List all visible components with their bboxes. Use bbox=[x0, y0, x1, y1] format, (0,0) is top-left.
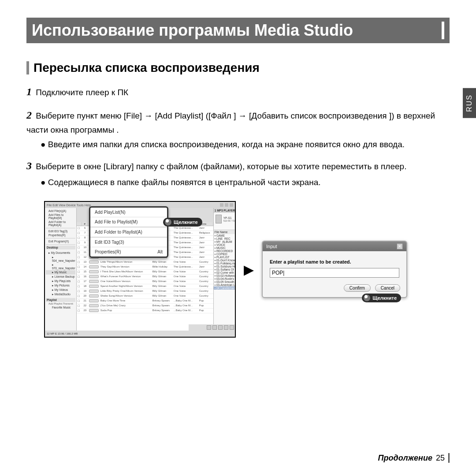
page-number: 25 bbox=[436, 454, 445, 463]
table-header[interactable] bbox=[77, 222, 82, 226]
device-file-item[interactable]: ▪ MY_ALBUM bbox=[214, 240, 236, 243]
device-file-item[interactable]: ▪ 03-04-Roxie's Interlude.mp36.3M bbox=[214, 277, 236, 280]
close-icon[interactable] bbox=[230, 203, 233, 207]
page-footer: Продолжение 25 bbox=[378, 453, 450, 463]
playlist-name-input[interactable]: POP| bbox=[270, 268, 399, 278]
device-file-item[interactable]: ▪ RECORDED bbox=[214, 249, 236, 253]
device-header: 1 MP3 PLAYER bbox=[214, 208, 236, 213]
toolbar-icon[interactable] bbox=[224, 325, 228, 330]
device-file-item[interactable]: ▪ 04 Candleman's Joyride1.5M bbox=[214, 286, 236, 290]
sidebar-playlist-bar[interactable]: Add Playlist Transmit bbox=[46, 302, 75, 305]
app-menubar-items[interactable]: File Edit View Device Tools Help bbox=[47, 204, 91, 207]
tree-item[interactable]: ▸ 504_new_Napster bbox=[46, 255, 75, 263]
device-file-item[interactable]: ▪ 03-05 Smooth Criminal.mp36.2M bbox=[214, 280, 236, 283]
tree-item[interactable]: ▸ MediaStudio bbox=[46, 292, 75, 297]
steps-list: 1 Подключите плеер к ПК 2 Выберите пункт… bbox=[26, 84, 450, 189]
maximize-icon[interactable] bbox=[225, 203, 228, 207]
cancel-button[interactable]: Cancel bbox=[375, 284, 400, 292]
step-2-bullet: Введите имя папки для списка воспроизвед… bbox=[41, 138, 436, 151]
sidebar-playlist-label: Playlist bbox=[46, 298, 75, 302]
step-3-bullet: Содержащиеся в папке файлы появятся в це… bbox=[41, 176, 436, 189]
toolbar-icon[interactable] bbox=[230, 325, 234, 330]
toolbar-icon[interactable] bbox=[207, 325, 211, 330]
language-tab: RUS bbox=[463, 88, 476, 118]
device-file-item[interactable]: ▪ 01-Folklang.mp31.3M bbox=[214, 262, 236, 265]
dropdown-item[interactable]: Add File to Playlist(M) bbox=[90, 217, 167, 227]
sidebar-item[interactable]: Exit Program(X) bbox=[46, 239, 75, 243]
table-row[interactable]: ☐18Spend Another Night/Album VersionBill… bbox=[77, 284, 213, 289]
step-3-text: Выберите в окне [Library] папку с файлом… bbox=[36, 162, 406, 171]
device-file-item[interactable]: ▪ VOICE bbox=[214, 243, 236, 246]
tree-item[interactable]: ▸ 970_new_Napster bbox=[46, 263, 75, 270]
device-file-item[interactable]: ▪ 03-02-Hollywood.mp36.4M bbox=[214, 274, 236, 277]
tree-item[interactable]: ▸ License Backup bbox=[46, 275, 75, 279]
device-file-item[interactable]: ▪ COPIED bbox=[214, 253, 236, 256]
toolbar-icon[interactable] bbox=[218, 325, 223, 330]
device-file-item[interactable]: ▪ 02-Come with Me.mp34.4M bbox=[214, 271, 236, 274]
table-row[interactable]: ☐20Shake Song/Album VersionBilly GilmanO… bbox=[77, 294, 213, 299]
confirm-button[interactable]: Confirm bbox=[344, 284, 371, 292]
tree-item[interactable]: ▸ My Documents bbox=[46, 251, 75, 255]
table-row[interactable]: ☐16What's Forever For/Album VersionBilly… bbox=[77, 275, 213, 279]
table-row[interactable]: ☐14They Say/Album VersionBillie HolidayT… bbox=[77, 265, 213, 270]
file-dropdown-menu[interactable]: Add PlayList(N)Add File to Playlist(M)Ad… bbox=[89, 206, 168, 258]
dropdown-item[interactable]: Properties(R)Alt bbox=[90, 247, 167, 257]
section-bar-icon bbox=[26, 61, 29, 74]
app-screenshot: File Edit View Device Tools Help Add Fil… bbox=[44, 201, 236, 338]
device-file-item[interactable]: ▪ MUSIC bbox=[214, 246, 236, 249]
minimize-icon[interactable] bbox=[220, 203, 223, 207]
device-col-header[interactable]: File Name bbox=[215, 231, 236, 234]
toolbar-icon[interactable] bbox=[212, 325, 217, 330]
device-file-item[interactable]: ▪ GAME bbox=[214, 234, 236, 237]
device-file-item[interactable]: ▪ LINE_REC bbox=[214, 237, 236, 240]
table-row[interactable]: ☐15I Think She Likes Me/Album VersionBil… bbox=[77, 270, 213, 275]
dialog-titlebar: Input ✕ bbox=[263, 242, 406, 251]
sidebar-item[interactable]: Add Files to Playlist(M) bbox=[46, 213, 75, 220]
sidebar-item[interactable]: Properties(R) bbox=[46, 233, 75, 237]
device-bottom-toolbar bbox=[189, 324, 235, 331]
app-sidebar: Add File(s)(A)Add Files to Playlist(M)Ad… bbox=[45, 208, 77, 331]
dialog-close-icon[interactable]: ✕ bbox=[397, 243, 403, 249]
continued-label: Продолжение bbox=[378, 454, 432, 463]
tree-item[interactable]: ▸ My Pictures bbox=[46, 283, 75, 288]
sidebar-tree-label: Desktop bbox=[46, 245, 75, 249]
device-storage: 510 M / 720M bbox=[223, 219, 236, 222]
section-heading: Пересылка списка воспроизведения bbox=[26, 61, 450, 75]
device-file-item[interactable]: ▪ 01-Sultans Of Swing.mp36.8M bbox=[214, 268, 236, 271]
sidebar-item[interactable]: Favorite Music bbox=[46, 305, 75, 309]
page-title: Использование программы Media Studio bbox=[32, 21, 436, 40]
step-3: 3 Выберите в окне [Library] папку с файл… bbox=[26, 158, 436, 174]
device-file-item[interactable]: ▪ 03-American Life.mp35.5M bbox=[214, 283, 236, 286]
input-dialog: Input ✕ Enter a playlist name to be crea… bbox=[262, 241, 407, 298]
device-file-item[interactable]: ▪ 01-Solsbury Hill.mp35.0M bbox=[214, 265, 236, 268]
sidebar-item[interactable]: Edit ID3 Tag(3) bbox=[46, 229, 75, 233]
table-row[interactable]: ☐23Soda PopBritney Spears...Baby One M..… bbox=[77, 309, 213, 313]
step-2-text: Выберите пункт меню [File] → [Add Playli… bbox=[26, 111, 435, 134]
arrow-right-icon: ▶ bbox=[244, 262, 254, 277]
device-file-item[interactable]: ▪ 01-Don't Know Why.mp34.3M bbox=[214, 259, 236, 262]
dropdown-item[interactable]: Add PlayList(N) bbox=[90, 208, 167, 217]
step-1-number: 1 bbox=[26, 86, 32, 97]
device-name: YP-S1 bbox=[223, 216, 236, 219]
sidebar-item[interactable]: Add File(s)(A) bbox=[46, 209, 75, 213]
step-1: 1 Подключите плеер к ПК bbox=[26, 84, 436, 100]
sidebar-item[interactable]: Add Folder to Playlist(A) bbox=[46, 220, 75, 227]
device-file-item[interactable]: ▪ PLAYLIST bbox=[214, 256, 236, 259]
device-pane: 1 MP3 PLAYER YP-S1 510 M / 720M Open Fil… bbox=[213, 208, 236, 331]
dropdown-item[interactable]: Edit ID3 Tag(3) bbox=[90, 237, 167, 247]
table-row[interactable]: ☐22(You Drive Me) CrazyBritney Spears...… bbox=[77, 304, 213, 309]
tree-item[interactable]: ▸ My PlayLists bbox=[46, 279, 75, 283]
dropdown-item[interactable]: Add Folder to Playlist(A) bbox=[90, 227, 167, 237]
table-header[interactable]: # bbox=[82, 222, 88, 226]
step-2-number: 2 bbox=[26, 109, 32, 121]
tree-item[interactable]: ▸ My Videos bbox=[46, 288, 75, 292]
tree-item[interactable]: ▸ My Music bbox=[46, 270, 75, 275]
dialog-title: Input bbox=[266, 244, 277, 249]
table-row[interactable]: ☐19Little Bitty Pretty One/Album Version… bbox=[77, 289, 213, 294]
dialog-prompt: Enter a playlist name to be created. bbox=[270, 259, 399, 264]
section-title-text: Пересылка списка воспроизведения bbox=[33, 61, 260, 75]
device-icon bbox=[216, 215, 222, 223]
table-row[interactable]: ☐17One Voice/Album VersionBilly GilmanOn… bbox=[77, 279, 213, 284]
table-row[interactable]: ☐21Baby One More TimeBritney Spears...Ba… bbox=[77, 299, 213, 304]
table-row[interactable]: ☐13Little Things/Album VersionBilly Gilm… bbox=[77, 260, 213, 265]
